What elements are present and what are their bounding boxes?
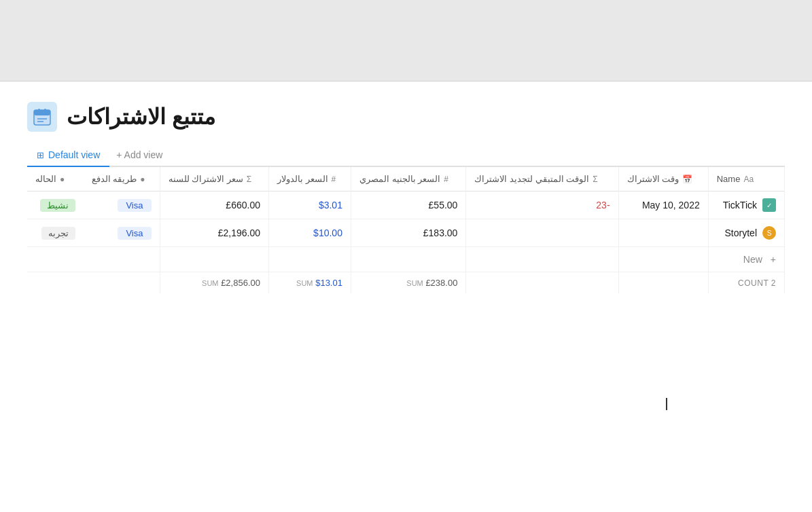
cell-usd-storytel: $10.00: [268, 219, 351, 247]
page-header: متتبع الاشتراكات: [27, 102, 785, 132]
sum-usd-prefix: SUM: [296, 279, 313, 287]
col-status: ● الحاله: [27, 167, 84, 191]
cell-status-storytel: تجربه: [27, 219, 84, 247]
payment-col-icon: ●: [140, 175, 145, 184]
sum-annual-value: £2,856.00: [221, 278, 260, 288]
sum-annual-prefix: SUM: [202, 279, 218, 287]
tab-default-view[interactable]: ⊞ Default view: [27, 144, 109, 167]
storytel-icon: S: [762, 226, 776, 240]
status-badge-2: تجربه: [41, 227, 75, 240]
col-status-label: الحاله: [35, 174, 56, 184]
usd-col-icon: #: [332, 175, 336, 184]
new-row-cell[interactable]: + New: [708, 247, 784, 272]
status-col-icon: ●: [60, 175, 65, 184]
new-row[interactable]: + New: [27, 247, 785, 272]
col-price-egp: # السعر بالجنيه المصري: [351, 167, 465, 191]
sum-usd-cell: SUM $13.01: [268, 272, 351, 294]
col-annual: Σ سعر الاشتراك للسنه: [160, 167, 268, 191]
ticktick-name: TickTick: [723, 200, 757, 211]
col-payment: ● طريقه الدفع: [84, 167, 160, 191]
col-egp-label: السعر بالجنيه المصري: [359, 174, 440, 184]
cell-payment-ticktick: Visa: [84, 191, 160, 219]
table-row[interactable]: ✓ TickTick May 10, 2022 -23 £55.00 $3.01…: [27, 191, 785, 219]
summary-row: COUNT 2 SUM £238.00 SUM $13.01 SUM £2,85: [27, 272, 785, 294]
table-wrapper: Aa Name 📅 وقت الاشتراك Σ الوقت ال: [27, 167, 785, 293]
add-view-button[interactable]: + Add view: [109, 144, 169, 166]
cell-name-ticktick[interactable]: ✓ TickTick: [708, 191, 784, 219]
payment-badge: Visa: [118, 199, 151, 212]
sum-egp-value: £238.00: [425, 278, 457, 288]
date-col-icon: 📅: [682, 175, 692, 184]
view-tabs: ⊞ Default view + Add view: [27, 144, 785, 167]
table-header-row: Aa Name 📅 وقت الاشتراك Σ الوقت ال: [27, 167, 785, 191]
col-usd-label: السعر بالدولار: [277, 174, 328, 184]
cell-egp-ticktick: £55.00: [351, 191, 465, 219]
col-name-label: Name: [717, 174, 741, 184]
sum-egp-cell: SUM £238.00: [351, 272, 465, 294]
page-icon: [27, 102, 57, 132]
add-view-label: + Add view: [116, 149, 162, 160]
table-icon: ⊞: [37, 150, 44, 160]
page-title: متتبع الاشتراكات: [67, 104, 215, 130]
usd-value-2: $10.00: [313, 227, 342, 238]
cell-payment-storytel: Visa: [84, 219, 160, 247]
top-bar: [0, 0, 812, 81]
cell-annual-storytel: £2,196.00: [160, 219, 268, 247]
col-name: Aa Name: [708, 167, 784, 191]
col-remaining: Σ الوقت المتبقي لتجديد الاشتراك: [466, 167, 618, 191]
count-cell: COUNT 2: [708, 272, 784, 294]
name-col-icon: Aa: [743, 175, 754, 184]
cell-remaining-storytel: [466, 219, 618, 247]
cell-egp-storytel: £183.00: [351, 219, 465, 247]
sum-annual-cell: SUM £2,856.00: [160, 272, 268, 294]
ticktick-icon: ✓: [762, 198, 776, 212]
storytel-name: Storytel: [725, 227, 757, 238]
cell-status-ticktick: نشيط: [27, 191, 84, 219]
col-date: 📅 وقت الاشتراك: [618, 167, 708, 191]
remaining-value: -23: [596, 200, 610, 211]
sum-egp-prefix: SUM: [406, 279, 423, 287]
cell-name-storytel[interactable]: S Storytel: [708, 219, 784, 247]
svg-rect-3: [44, 109, 46, 112]
sum-usd-value: $13.01: [315, 278, 342, 288]
cell-date-ticktick: May 10, 2022: [618, 191, 708, 219]
svg-rect-1: [34, 110, 50, 115]
usd-value: $3.01: [319, 200, 342, 211]
cell-remaining-ticktick: -23: [466, 191, 618, 219]
col-remaining-label: الوقت المتبقي لتجديد الاشتراك: [474, 174, 589, 184]
new-row-label: New: [743, 254, 762, 265]
status-badge: نشيط: [40, 199, 75, 212]
cell-annual-ticktick: £660.00: [160, 191, 268, 219]
col-annual-label: سعر الاشتراك للسنه: [169, 174, 243, 184]
cell-usd-ticktick: $3.01: [268, 191, 351, 219]
col-date-label: وقت الاشتراك: [627, 174, 679, 184]
cursor: [666, 398, 667, 410]
col-price-usd: # السعر بالدولار: [268, 167, 351, 191]
tab-default-view-label: Default view: [48, 149, 100, 160]
main-content: متتبع الاشتراكات ⊞ Default view + Add vi…: [0, 81, 812, 512]
remaining-col-icon: Σ: [593, 175, 597, 184]
count-label: COUNT 2: [738, 278, 776, 288]
plus-icon: +: [771, 254, 776, 265]
payment-badge-2: Visa: [118, 227, 151, 240]
subscriptions-table: Aa Name 📅 وقت الاشتراك Σ الوقت ال: [27, 167, 785, 293]
cell-date-storytel: [618, 219, 708, 247]
egp-col-icon: #: [444, 175, 448, 184]
col-payment-label: طريقه الدفع: [92, 174, 137, 184]
table-row[interactable]: S Storytel £183.00 $10.00 £2,196.00 Visa: [27, 219, 785, 247]
annual-col-icon: Σ: [247, 175, 251, 184]
svg-rect-2: [38, 109, 40, 112]
